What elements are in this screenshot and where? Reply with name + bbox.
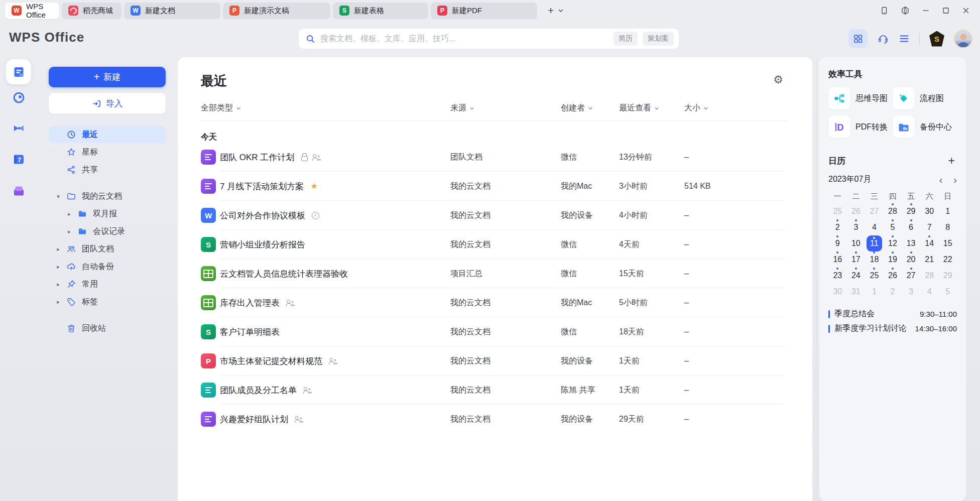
calendar-day[interactable]: 31	[847, 284, 866, 300]
sidebar-item-bimonthly-report[interactable]: ▸ 双月报	[49, 205, 166, 222]
file-row[interactable]: 7 月线下活动策划方案 我的云文档 我的Mac 3小时前 514 KB	[201, 172, 787, 201]
calendar-day[interactable]: 4	[920, 284, 939, 300]
file-row[interactable]: 云文档管人员信息统计表理器验收 项目汇总 微信 15天前 –	[201, 259, 787, 288]
sidebar-item-auto-backup[interactable]: ▸ 自动备份	[49, 258, 166, 275]
new-document-button[interactable]: + 新建	[49, 67, 166, 87]
file-row[interactable]: 团队成员及分工名单 我的云文档 陈旭 共享 1天前 –	[201, 375, 787, 405]
calendar-day[interactable]: 1	[865, 284, 884, 300]
file-row[interactable]: 兴趣爱好组队计划 我的云文档 我的设备 29天前 –	[201, 405, 787, 434]
calendar-day[interactable]: 18	[865, 252, 884, 268]
calendar-day[interactable]: 5	[938, 284, 957, 300]
file-row[interactable]: 团队 OKR 工作计划 团队文档 微信 13分钟前 –	[201, 143, 787, 172]
collapse-arrow-icon[interactable]: ▸	[64, 211, 75, 217]
workspace-box-icon[interactable]	[901, 6, 910, 15]
calendar-day[interactable]: 1	[938, 203, 957, 219]
sidebar-item-tags[interactable]: ▸ 标签	[49, 293, 166, 310]
filter-source[interactable]: 来源	[450, 103, 561, 113]
tab-wps-office[interactable]: WPS Office	[5, 3, 59, 19]
apps-grid-icon[interactable]	[848, 29, 868, 48]
tab-docer-store[interactable]: 稻壳商城	[62, 3, 121, 19]
rail-documents-icon[interactable]	[6, 59, 31, 84]
file-row[interactable]: 公司对外合作协议模板 我的云文档 我的设备 4小时前 –	[201, 201, 787, 230]
support-headset-icon[interactable]	[877, 33, 889, 45]
sidebar-item-starred[interactable]: 星标	[49, 144, 166, 161]
minimize-button[interactable]	[922, 7, 930, 15]
calendar-day[interactable]: 28	[884, 203, 902, 219]
search-tag-proposal[interactable]: 策划案	[643, 32, 674, 46]
calendar-day[interactable]: 16	[828, 252, 847, 268]
sidebar-item-my-cloud-docs[interactable]: ▾ 我的云文档	[49, 188, 166, 205]
sidebar-item-shared[interactable]: 共享	[49, 161, 166, 178]
calendar-day[interactable]: 20	[902, 252, 920, 268]
tool-backup-center[interactable]: 备份中心	[893, 116, 957, 138]
calendar-day[interactable]: 23	[828, 268, 847, 284]
tab-new-spreadsheet[interactable]: 新建表格	[333, 3, 428, 19]
settings-gear-icon[interactable]: ⚙	[773, 74, 783, 85]
tool-flowchart[interactable]: 流程图	[893, 87, 957, 109]
calendar-day[interactable]: 3	[902, 284, 920, 300]
new-tab-button[interactable]: +	[545, 5, 557, 17]
collapse-arrow-icon[interactable]: ▸	[64, 228, 75, 235]
tab-new-presentation[interactable]: 新建演示文稿	[223, 3, 330, 19]
filter-all-types[interactable]: 全部类型	[201, 103, 450, 113]
calendar-day[interactable]: 27	[865, 203, 884, 219]
member-badge-icon[interactable]: S	[929, 31, 944, 47]
tab-list-chevron-icon[interactable]	[558, 8, 564, 14]
calendar-day[interactable]: 25	[865, 268, 884, 284]
calendar-day[interactable]: 10	[847, 235, 866, 252]
search-input[interactable]	[320, 34, 608, 43]
add-event-button[interactable]: +	[946, 155, 957, 167]
tool-mindmap[interactable]: 思维导图	[828, 87, 893, 109]
sidebar-item-team-docs[interactable]: ▸ 团队文档	[49, 240, 166, 258]
calendar-day[interactable]: 6	[902, 219, 920, 235]
rail-meeting-video-icon[interactable]	[12, 121, 26, 135]
tab-new-pdf[interactable]: 新建PDF	[431, 3, 537, 19]
collapse-arrow-icon[interactable]: ▸	[53, 281, 64, 288]
expand-arrow-icon[interactable]: ▾	[53, 193, 64, 200]
calendar-day[interactable]: 30	[828, 284, 847, 300]
calendar-day[interactable]: 29	[902, 203, 920, 219]
event-item[interactable]: 季度总结会 9:30–11:00	[828, 307, 957, 321]
calendar-day[interactable]: 15	[938, 235, 957, 252]
menu-hamburger-icon[interactable]	[899, 33, 910, 44]
calendar-day[interactable]: 25	[828, 203, 847, 219]
calendar-day[interactable]: 8	[938, 219, 957, 235]
calendar-day[interactable]: 12	[884, 235, 902, 252]
mobile-view-icon[interactable]	[880, 6, 889, 15]
calendar-day[interactable]: 28	[920, 268, 939, 284]
rail-apps-icon[interactable]	[12, 184, 26, 198]
calendar-day[interactable]: 19	[884, 252, 902, 268]
file-row[interactable]: 市场主体登记提交材料规范 我的云文档 我的设备 1天前 –	[201, 346, 787, 375]
calendar-day[interactable]: 17	[847, 252, 866, 268]
file-row[interactable]: 库存出入管理表 我的云文档 我的Mac 5小时前 –	[201, 288, 787, 317]
collapse-arrow-icon[interactable]: ▸	[53, 246, 64, 253]
calendar-day[interactable]: 27	[902, 268, 920, 284]
collapse-arrow-icon[interactable]: ▸	[53, 264, 64, 270]
rail-calendar-icon[interactable]: 7	[12, 153, 26, 166]
calendar-day[interactable]: 21	[920, 252, 939, 268]
maximize-button[interactable]	[942, 7, 950, 15]
file-row[interactable]: 营销小组业绩分析报告 我的云文档 微信 4天前 –	[201, 230, 787, 259]
calendar-day[interactable]: 9	[828, 235, 847, 252]
import-button[interactable]: 导入	[49, 93, 166, 114]
calendar-day[interactable]: 30	[920, 203, 939, 219]
search-tag-resume[interactable]: 简历	[614, 32, 638, 46]
calendar-next-button[interactable]: ›	[953, 175, 957, 185]
user-avatar[interactable]	[954, 30, 972, 48]
global-search-bar[interactable]: 简历 策划案	[299, 29, 679, 49]
sidebar-item-recent[interactable]: 最近	[49, 126, 166, 143]
calendar-day[interactable]: 22	[938, 252, 957, 268]
sidebar-item-meeting-notes[interactable]: ▸ 会议记录	[49, 223, 166, 240]
calendar-day[interactable]: 14	[920, 235, 939, 252]
file-row[interactable]: 客户订单明细表 我的云文档 微信 18天前 –	[201, 317, 787, 346]
sidebar-item-trash[interactable]: 回收站	[49, 320, 166, 337]
tab-new-document[interactable]: 新建文档	[124, 3, 220, 19]
calendar-day[interactable]: 4	[865, 219, 884, 235]
calendar-day[interactable]: 7	[920, 219, 939, 235]
calendar-day[interactable]: 2	[828, 219, 847, 235]
tool-pdf-convert[interactable]: D PDF转换	[828, 116, 893, 138]
calendar-day[interactable]: 3	[847, 219, 866, 235]
calendar-day[interactable]: 26	[884, 268, 902, 284]
calendar-day[interactable]: 5	[884, 219, 902, 235]
close-button[interactable]	[962, 7, 970, 15]
